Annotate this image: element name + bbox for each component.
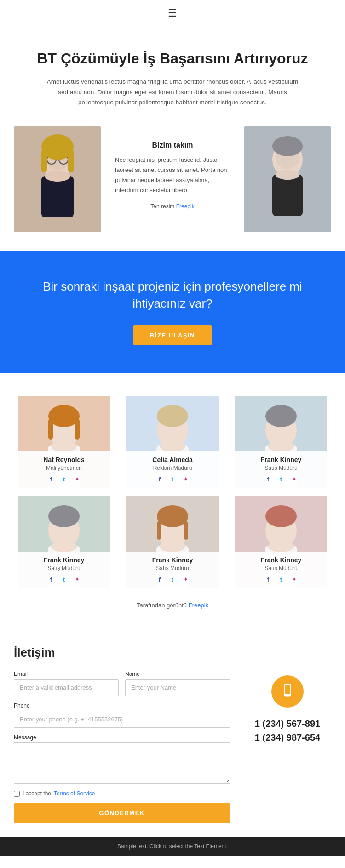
message-textarea[interactable] (14, 742, 230, 784)
twitter-icon[interactable]: t (277, 575, 285, 583)
team-card: Frank Kinney Satış Müdürü f t ✦ (231, 496, 331, 588)
phone-row: Phone (14, 702, 230, 728)
twitter-icon[interactable]: t (60, 575, 68, 583)
team-grid-section: Nat Reynolds Mali yönetmen f t ✦ (0, 373, 345, 597)
team-card: Nat Reynolds Mali yönetmen f t ✦ (14, 396, 114, 488)
contact-section: İletişim Email Name Phone (0, 627, 345, 837)
team-intro: Bizim takım Nec feugiat nisl pretium fus… (0, 126, 345, 251)
team-member-role: Satış Müdürü (126, 565, 219, 571)
phone-numbers: 1 (234) 567-891 1 (234) 987-654 (255, 717, 320, 744)
hero-section: BT Çözümüyle İş Başarısını Artırıyoruz A… (0, 27, 345, 126)
team-member-role: Satış Müdürü (235, 465, 328, 471)
svg-point-47 (160, 541, 185, 552)
svg-point-35 (268, 441, 294, 452)
footer-text: Sample text. Click to select the Text El… (6, 843, 339, 850)
svg-point-48 (157, 505, 188, 527)
team-card: Celia Almeda Reklam Müdürü f t ✦ (122, 396, 223, 488)
svg-rect-50 (184, 521, 188, 540)
facebook-icon[interactable]: f (264, 575, 272, 583)
banner-heading: Bir sonraki inşaat projeniz için profesy… (28, 278, 317, 312)
team-photo-right (244, 126, 331, 232)
team-card-info: Celia Almeda Reklam Müdürü f t ✦ (122, 451, 223, 488)
instagram-icon[interactable]: ✦ (73, 575, 81, 583)
facebook-icon[interactable]: f (264, 475, 272, 483)
terms-checkbox[interactable] (14, 791, 20, 797)
terms-link[interactable]: Terms of Service (54, 790, 95, 797)
svg-point-21 (51, 441, 77, 452)
facebook-icon[interactable]: f (155, 575, 164, 583)
twitter-icon[interactable]: t (60, 475, 68, 483)
blue-banner: Bir sonraki inşaat projeniz için profesy… (0, 251, 345, 373)
instagram-icon[interactable]: ✦ (181, 475, 190, 483)
facebook-icon[interactable]: f (47, 475, 55, 483)
team-card-photo: Frank Kinney Satış Müdürü f t ✦ (14, 496, 114, 588)
team-member-role: Satış Müdürü (17, 565, 110, 571)
team-card: Frank Kinney Satış Müdürü f t ✦ (14, 496, 114, 588)
name-group: Name (125, 671, 230, 696)
hero-description: Amet luctus venenatis lectus magna fring… (44, 77, 301, 108)
twitter-icon[interactable]: t (168, 475, 177, 483)
freepik-credit-link[interactable]: Freepik (189, 602, 208, 609)
hero-title: BT Çözümüyle İş Başarısını Artırıyoruz (37, 49, 308, 69)
team-card: Frank Kinney Satış Müdürü f t ✦ (122, 496, 223, 588)
freepik-link[interactable]: Freepik (176, 203, 195, 210)
svg-rect-49 (157, 521, 161, 540)
svg-point-56 (265, 505, 297, 527)
team-card-info: Frank Kinney Satış Müdürü f t ✦ (231, 552, 331, 588)
team-freepik-credit: Tarafından görüntü Freepik (0, 597, 345, 627)
team-info-block: Bizim takım Nec feugiat nisl pretium fus… (101, 126, 244, 232)
instagram-icon[interactable]: ✦ (181, 575, 190, 583)
name-input[interactable] (125, 679, 230, 696)
instagram-icon[interactable]: ✦ (290, 575, 298, 583)
twitter-icon[interactable]: t (168, 575, 177, 583)
phone-group: Phone (14, 702, 230, 728)
facebook-icon[interactable]: f (47, 575, 55, 583)
phone-input[interactable] (14, 711, 230, 728)
facebook-icon[interactable]: f (155, 475, 164, 483)
team-social-icons: f t ✦ (17, 575, 110, 583)
team-card-photo: Frank Kinney Satış Müdürü f t ✦ (231, 396, 331, 488)
team-heading: Bizim takım (115, 141, 230, 149)
contact-button[interactable]: BİZE ULAŞIN (133, 326, 212, 345)
team-member-name: Frank Kinney (235, 456, 328, 463)
message-group: Message (14, 734, 230, 784)
phone-label: Phone (14, 702, 230, 709)
message-row: Message (14, 734, 230, 784)
phone-number-1: 1 (234) 567-891 (255, 717, 320, 731)
footer: Sample text. Click to select the Text El… (0, 837, 345, 856)
team-member-role: Reklam Müdürü (126, 465, 219, 471)
team-member-name: Frank Kinney (126, 556, 219, 564)
contact-form: Email Name Phone Message (14, 671, 230, 823)
svg-rect-24 (75, 419, 80, 440)
terms-row: I accept the Terms of Service (14, 790, 230, 797)
team-photo-left (14, 126, 101, 232)
svg-rect-14 (272, 175, 303, 216)
team-card-info: Frank Kinney Satış Müdürü f t ✦ (231, 451, 331, 488)
email-input[interactable] (14, 679, 119, 696)
terms-text: I accept the (23, 790, 51, 797)
team-member-name: Nat Reynolds (17, 456, 110, 463)
team-grid: Nat Reynolds Mali yönetmen f t ✦ (14, 396, 331, 588)
instagram-icon[interactable]: ✦ (290, 475, 298, 483)
team-card-info: Frank Kinney Satış Müdürü f t ✦ (122, 552, 223, 588)
team-body: Nec feugiat nisl pretium fusce id. Justo… (115, 155, 230, 195)
team-member-name: Frank Kinney (235, 556, 328, 564)
team-card-photo: Frank Kinney Satış Müdürü f t ✦ (122, 496, 223, 588)
team-member-role: Satış Müdürü (235, 565, 328, 571)
phone-icon-circle (271, 675, 304, 708)
svg-point-22 (48, 405, 80, 427)
instagram-icon[interactable]: ✦ (73, 475, 81, 483)
hamburger-icon[interactable]: ☰ (168, 7, 177, 19)
email-label: Email (14, 671, 119, 677)
team-card-photo: Celia Almeda Reklam Müdürü f t ✦ (122, 396, 223, 488)
twitter-icon[interactable]: t (277, 475, 285, 483)
header: ☰ (0, 0, 345, 27)
name-label: Name (125, 671, 230, 677)
svg-rect-10 (68, 149, 74, 172)
team-member-name: Frank Kinney (17, 556, 110, 564)
team-card-info: Frank Kinney Satış Müdürü f t ✦ (14, 552, 114, 588)
team-social-icons: f t ✦ (235, 475, 328, 483)
svg-point-41 (51, 541, 77, 552)
svg-rect-9 (41, 149, 47, 172)
submit-button[interactable]: GÖNDERMEK (14, 803, 230, 823)
